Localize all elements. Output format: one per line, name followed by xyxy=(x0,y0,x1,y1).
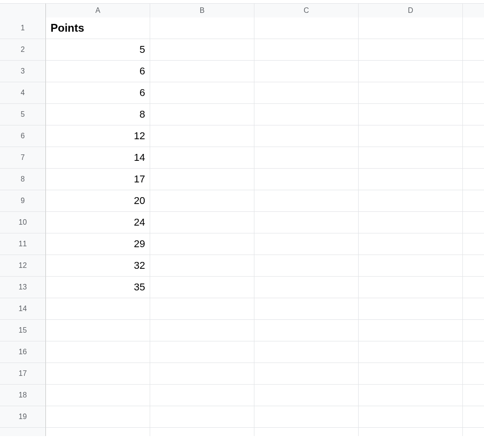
row-header-1[interactable]: 1 xyxy=(0,17,46,39)
cell-extra-5[interactable] xyxy=(463,104,484,125)
row-header-14[interactable]: 14 xyxy=(0,298,46,320)
cell-A4[interactable]: 6 xyxy=(46,82,150,104)
cell-A7[interactable]: 14 xyxy=(46,147,150,169)
row-header-11[interactable]: 11 xyxy=(0,233,46,255)
row-header-3[interactable]: 3 xyxy=(0,61,46,82)
cell-D1[interactable] xyxy=(359,17,463,39)
cell-B20[interactable] xyxy=(150,428,254,436)
cell-C12[interactable] xyxy=(254,255,359,277)
cell-B4[interactable] xyxy=(150,82,254,104)
cell-extra-9[interactable] xyxy=(463,190,484,212)
row-header-2[interactable]: 2 xyxy=(0,39,46,61)
cell-extra-11[interactable] xyxy=(463,233,484,255)
cell-B10[interactable] xyxy=(150,212,254,233)
cell-D20[interactable] xyxy=(359,428,463,436)
cell-B3[interactable] xyxy=(150,61,254,82)
row-header-13[interactable]: 13 xyxy=(0,277,46,298)
cell-D2[interactable] xyxy=(359,39,463,61)
cell-C7[interactable] xyxy=(254,147,359,169)
cell-C15[interactable] xyxy=(254,320,359,341)
cell-A20[interactable] xyxy=(46,428,150,436)
cell-B19[interactable] xyxy=(150,406,254,428)
column-header-D[interactable]: D xyxy=(359,4,463,17)
cell-A1[interactable]: Points xyxy=(46,17,150,39)
cell-B15[interactable] xyxy=(150,320,254,341)
cell-C6[interactable] xyxy=(254,125,359,147)
cell-B9[interactable] xyxy=(150,190,254,212)
cell-C17[interactable] xyxy=(254,363,359,385)
cell-C1[interactable] xyxy=(254,17,359,39)
cell-D5[interactable] xyxy=(359,104,463,125)
cell-B8[interactable] xyxy=(150,169,254,190)
cell-D16[interactable] xyxy=(359,341,463,363)
cell-extra-8[interactable] xyxy=(463,169,484,190)
cell-C4[interactable] xyxy=(254,82,359,104)
cell-A18[interactable] xyxy=(46,385,150,406)
cell-D17[interactable] xyxy=(359,363,463,385)
column-header-C[interactable]: C xyxy=(254,4,359,17)
cell-B16[interactable] xyxy=(150,341,254,363)
row-header-20[interactable] xyxy=(0,428,46,436)
cell-B18[interactable] xyxy=(150,385,254,406)
cell-B12[interactable] xyxy=(150,255,254,277)
cell-C13[interactable] xyxy=(254,277,359,298)
cell-D10[interactable] xyxy=(359,212,463,233)
cell-A11[interactable]: 29 xyxy=(46,233,150,255)
cell-extra-6[interactable] xyxy=(463,125,484,147)
cell-B17[interactable] xyxy=(150,363,254,385)
row-header-8[interactable]: 8 xyxy=(0,169,46,190)
cell-C10[interactable] xyxy=(254,212,359,233)
cell-D14[interactable] xyxy=(359,298,463,320)
cell-extra-1[interactable] xyxy=(463,17,484,39)
row-header-17[interactable]: 17 xyxy=(0,363,46,385)
row-header-5[interactable]: 5 xyxy=(0,104,46,125)
cell-D4[interactable] xyxy=(359,82,463,104)
cell-D15[interactable] xyxy=(359,320,463,341)
cell-A8[interactable]: 17 xyxy=(46,169,150,190)
cell-extra-13[interactable] xyxy=(463,277,484,298)
row-header-10[interactable]: 10 xyxy=(0,212,46,233)
cell-D9[interactable] xyxy=(359,190,463,212)
cell-D12[interactable] xyxy=(359,255,463,277)
row-header-16[interactable]: 16 xyxy=(0,341,46,363)
cell-D13[interactable] xyxy=(359,277,463,298)
cell-C18[interactable] xyxy=(254,385,359,406)
cell-extra-16[interactable] xyxy=(463,341,484,363)
cell-D3[interactable] xyxy=(359,61,463,82)
cell-D7[interactable] xyxy=(359,147,463,169)
cell-A17[interactable] xyxy=(46,363,150,385)
cell-A6[interactable]: 12 xyxy=(46,125,150,147)
row-header-19[interactable]: 19 xyxy=(0,406,46,428)
cell-extra-19[interactable] xyxy=(463,406,484,428)
cell-B1[interactable] xyxy=(150,17,254,39)
cell-B2[interactable] xyxy=(150,39,254,61)
row-header-12[interactable]: 12 xyxy=(0,255,46,277)
select-all-corner[interactable] xyxy=(0,4,46,17)
cell-C11[interactable] xyxy=(254,233,359,255)
cell-extra-7[interactable] xyxy=(463,147,484,169)
cell-C5[interactable] xyxy=(254,104,359,125)
row-header-9[interactable]: 9 xyxy=(0,190,46,212)
cell-extra-4[interactable] xyxy=(463,82,484,104)
cell-C9[interactable] xyxy=(254,190,359,212)
cell-C20[interactable] xyxy=(254,428,359,436)
cell-C3[interactable] xyxy=(254,61,359,82)
cell-B6[interactable] xyxy=(150,125,254,147)
cell-extra-12[interactable] xyxy=(463,255,484,277)
cell-extra-14[interactable] xyxy=(463,298,484,320)
cell-A10[interactable]: 24 xyxy=(46,212,150,233)
cell-extra-18[interactable] xyxy=(463,385,484,406)
column-header-extra[interactable] xyxy=(463,4,484,17)
cell-B7[interactable] xyxy=(150,147,254,169)
cell-A12[interactable]: 32 xyxy=(46,255,150,277)
row-header-7[interactable]: 7 xyxy=(0,147,46,169)
cell-D11[interactable] xyxy=(359,233,463,255)
cell-A5[interactable]: 8 xyxy=(46,104,150,125)
cell-extra-15[interactable] xyxy=(463,320,484,341)
cell-extra-2[interactable] xyxy=(463,39,484,61)
cell-A9[interactable]: 20 xyxy=(46,190,150,212)
cell-C16[interactable] xyxy=(254,341,359,363)
cell-A3[interactable]: 6 xyxy=(46,61,150,82)
cell-B14[interactable] xyxy=(150,298,254,320)
cell-B13[interactable] xyxy=(150,277,254,298)
